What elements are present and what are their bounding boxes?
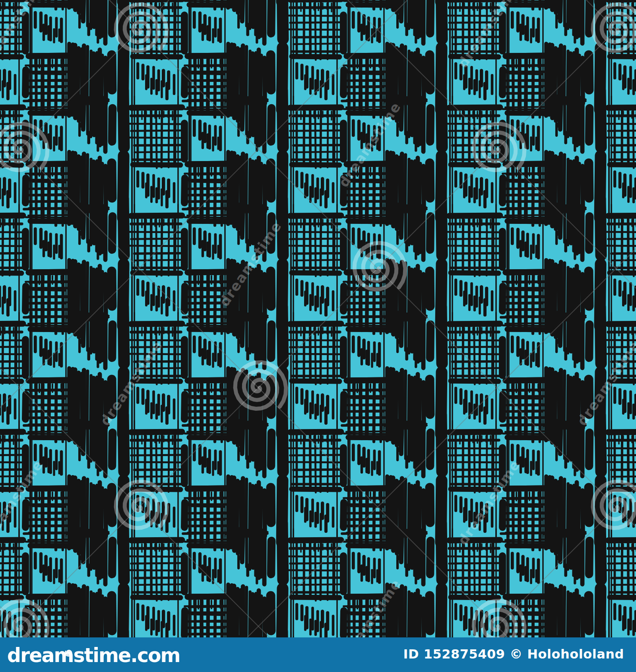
watermark-footer-bar: dreamstime.com ID 152875409 © Holoholola… <box>0 637 636 672</box>
dreamstime-logo: dreamstime.com <box>7 638 180 672</box>
image-credit-text: ID 152875409 © Holohololand <box>403 647 624 662</box>
logo-spiral-icon <box>64 648 74 658</box>
pattern-image: dreamstimedreamstimedreamstimedreamstime… <box>0 0 636 637</box>
dreamstime-logo-text: dreamstime.com <box>7 644 180 667</box>
stock-image-page: dreamstimedreamstimedreamstimedreamstime… <box>0 0 636 672</box>
pattern-tiles <box>0 0 636 637</box>
